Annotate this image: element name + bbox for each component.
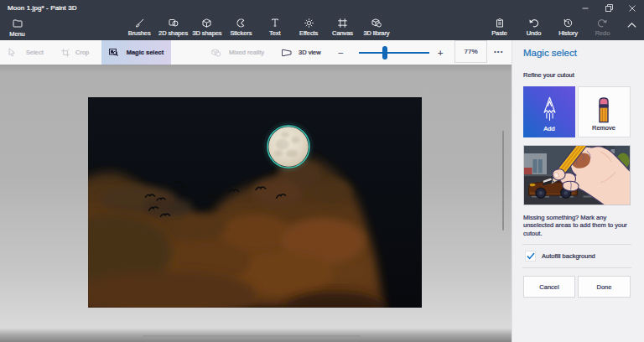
window-controls <box>574 0 644 16</box>
zoom-value: 77% <box>464 48 477 55</box>
magic-select-icon <box>109 49 118 56</box>
2d-shapes-icon <box>169 18 179 28</box>
moon-selection[interactable] <box>267 125 311 169</box>
separator <box>522 267 631 268</box>
magic-select-panel: Magic select Refine your cutout Add Remo… <box>512 40 644 342</box>
ribbon-tool-text[interactable]: Text <box>258 18 292 37</box>
history-button[interactable]: History <box>551 18 585 37</box>
zoom-out-label: − <box>338 48 343 58</box>
collapse-ribbon-button[interactable] <box>624 19 639 31</box>
pencil-add-icon <box>543 96 557 122</box>
panel-title: Magic select <box>523 48 577 58</box>
close-icon <box>629 5 636 12</box>
select-cursor-icon <box>8 48 16 57</box>
more-options-button[interactable]: ••• <box>491 40 507 63</box>
separator <box>522 244 631 245</box>
workspace <box>0 65 512 342</box>
select-tool[interactable]: Select <box>8 40 44 65</box>
remove-label: Remove <box>592 124 615 132</box>
eraser-remove-icon <box>598 97 610 123</box>
paste-button[interactable]: Paste <box>482 18 517 37</box>
select-label: Select <box>26 49 44 56</box>
zoom-in-label: + <box>438 48 443 58</box>
crop-label: Crop <box>75 49 89 56</box>
redo-button[interactable]: Redo <box>585 18 620 37</box>
chevron-up-icon <box>627 23 636 28</box>
magic-select-label: Magic select <box>127 49 164 56</box>
minimize-icon <box>582 5 589 12</box>
effects-icon <box>304 18 314 28</box>
paste-icon <box>496 18 504 28</box>
mixed-reality-icon <box>211 49 221 57</box>
menu-folder-icon <box>13 18 23 28</box>
zoom-in-button[interactable]: + <box>438 40 443 65</box>
vertical-scrollbar[interactable] <box>502 131 504 231</box>
history-icon <box>564 18 573 28</box>
menu-label: Menu <box>9 30 24 38</box>
horizontal-scrollbar[interactable] <box>143 335 361 337</box>
canvas-icon <box>338 18 347 28</box>
mixed-reality-label: Mixed reality <box>229 49 264 56</box>
3d-view-tool[interactable]: 3D view <box>282 40 321 65</box>
selection-toolbar: Select Crop Magic select Mixed reality 3… <box>0 40 512 65</box>
close-button[interactable] <box>621 0 644 16</box>
checkmark-icon <box>527 252 535 260</box>
ellipsis-icon: ••• <box>494 49 504 54</box>
photo-canvas[interactable] <box>88 97 422 308</box>
undo-icon <box>529 18 538 28</box>
panel-hint-text: Missing something? Mark any unselected a… <box>523 214 633 237</box>
app-header: Moon 1.jpg* - Paint 3D Menu Brushes 2D s… <box>0 0 644 40</box>
redo-icon <box>598 18 607 28</box>
ribbon-tool-3d-library[interactable]: 3D library <box>360 18 393 37</box>
ribbon-tool-3d-shapes[interactable]: 3D shapes <box>190 18 224 37</box>
zoom-out-button[interactable]: − <box>338 40 343 65</box>
remove-button[interactable]: Remove <box>578 86 631 137</box>
add-label: Add <box>543 125 554 132</box>
ribbon-tool-brushes[interactable]: Brushes <box>122 18 156 37</box>
magic-select-illustration <box>523 145 631 205</box>
panel-section-label: Refine your cutout <box>523 71 574 79</box>
3d-shapes-icon <box>202 18 211 28</box>
magic-select-tool[interactable]: Magic select <box>101 40 171 65</box>
stickers-icon <box>236 18 246 28</box>
cancel-button[interactable]: Cancel <box>523 276 575 298</box>
zoom-slider-track[interactable] <box>359 52 429 54</box>
autofill-label: Autofill background <box>542 252 595 260</box>
text-icon <box>271 18 279 28</box>
add-button[interactable]: Add <box>523 86 575 137</box>
minimize-button[interactable] <box>574 0 597 16</box>
undo-button[interactable]: Undo <box>517 18 551 37</box>
3d-library-icon <box>371 18 382 28</box>
autofill-checkbox-row[interactable]: Autofill background <box>525 251 595 262</box>
zoom-slider-thumb[interactable] <box>382 46 387 60</box>
brushes-icon <box>135 18 144 28</box>
ribbon-tools: Brushes 2D shapes 3D shapes Stickers Tex… <box>122 18 393 37</box>
ribbon-actions: Paste Undo History Redo <box>482 18 620 37</box>
autofill-checkbox[interactable] <box>525 251 536 262</box>
3d-view-icon <box>282 49 292 57</box>
3d-view-label: 3D view <box>299 49 321 56</box>
crop-tool[interactable]: Crop <box>61 40 89 65</box>
restore-icon <box>605 4 613 12</box>
done-button[interactable]: Done <box>578 276 631 298</box>
menu-button[interactable]: Menu <box>5 18 29 38</box>
ribbon-tool-stickers[interactable]: Stickers <box>224 18 257 37</box>
zoom-value-button[interactable]: 77% <box>454 40 487 63</box>
ribbon-tool-2d-shapes[interactable]: 2D shapes <box>156 18 190 37</box>
crop-icon <box>61 49 70 57</box>
restore-button[interactable] <box>597 0 621 16</box>
ribbon-tool-canvas[interactable]: Canvas <box>325 18 359 37</box>
window-title: Moon 1.jpg* - Paint 3D <box>8 4 77 12</box>
ribbon-tool-effects[interactable]: Effects <box>292 18 325 37</box>
mixed-reality-tool[interactable]: Mixed reality <box>211 40 264 65</box>
